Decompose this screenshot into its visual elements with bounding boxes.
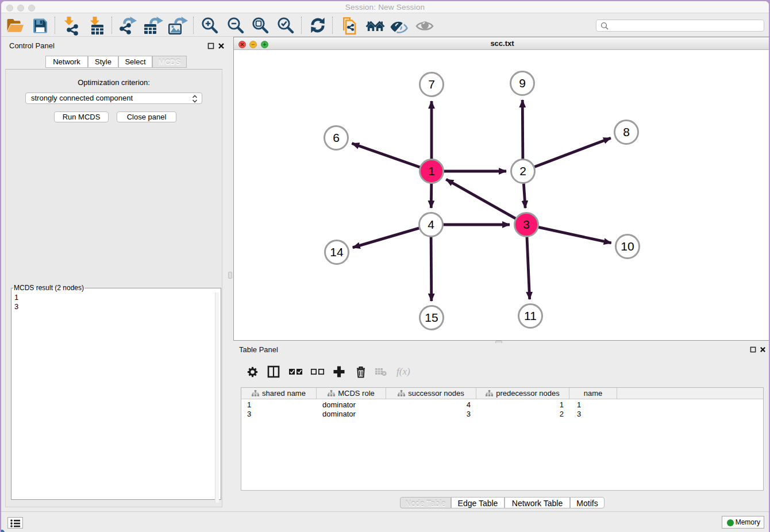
svg-text:11: 11 [524, 309, 537, 322]
svg-text:15: 15 [425, 311, 438, 324]
svg-text:9: 9 [519, 76, 526, 90]
svg-text:3: 3 [523, 218, 530, 231]
svg-text:7: 7 [428, 78, 435, 91]
svg-text:10: 10 [621, 240, 634, 253]
svg-text:4: 4 [428, 218, 434, 231]
svg-text:1: 1 [428, 164, 435, 178]
svg-text:2: 2 [519, 164, 526, 178]
svg-text:6: 6 [333, 131, 340, 144]
svg-text:8: 8 [623, 125, 630, 138]
svg-text:14: 14 [330, 245, 344, 259]
